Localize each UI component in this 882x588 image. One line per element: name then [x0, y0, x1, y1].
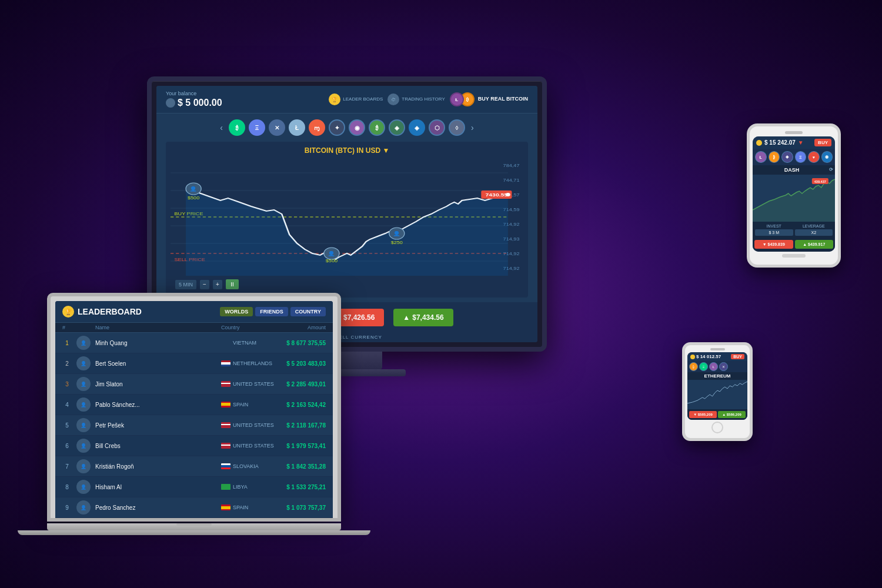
- phone-dash-icon[interactable]: ◈: [781, 151, 793, 163]
- phone-right-screen: $ 15 242.07 ▼ BUY Ł ₿ ◈ Ξ ♥ ◉ DASH ⟳: [753, 136, 835, 252]
- phone-down-indicator: ▼: [798, 139, 804, 146]
- phone-balance-coin: [756, 140, 762, 146]
- phone-buy-sell-section: ▼ $439.839 ▲ $439.917: [753, 238, 835, 252]
- token-selector[interactable]: ⬡: [429, 119, 445, 136]
- ltc-selector[interactable]: Ł: [289, 119, 305, 136]
- flag-vn-1: [221, 340, 230, 346]
- y-label-1: 784,47: [503, 163, 520, 168]
- buy-arrow-icon: ▲: [403, 313, 410, 322]
- col-country: Country: [221, 325, 274, 330]
- phone-eth-icon[interactable]: Ξ: [795, 151, 807, 163]
- phone-small-ltc[interactable]: Ł: [709, 362, 718, 371]
- zoom-in-btn[interactable]: +: [213, 280, 222, 289]
- phone-ltc-icon[interactable]: Ł: [755, 151, 767, 163]
- trading-history-btn[interactable]: ⏱ TRADING HISTORY: [387, 93, 445, 105]
- rank-2: 2: [62, 360, 72, 367]
- other-selector[interactable]: ◊: [449, 119, 465, 136]
- phone-invest-value[interactable]: $ 3 M: [755, 229, 793, 236]
- table-row: 5 👤 Petr Pešek UNITED STATES $ 2 118 167…: [55, 415, 333, 436]
- crypto-prev-arrow[interactable]: ‹: [218, 123, 225, 132]
- phone-header: $ 15 242.07 ▼ BUY: [753, 136, 835, 149]
- avatar-6: 👤: [76, 439, 91, 453]
- crypto-next-arrow[interactable]: ›: [469, 123, 476, 132]
- table-row: 8 👤 Hisham Al LIBYA $ 1 533 275,21: [55, 477, 333, 497]
- buy-button[interactable]: ▲ $7,434.56: [393, 309, 453, 326]
- phone-coin-label: DASH ⟳: [753, 165, 835, 175]
- phone-buy-btn[interactable]: BUY: [814, 139, 831, 146]
- laptop: 🏆 LEADERBOARD WORLDS FRIENDS COUNTRY #: [47, 293, 341, 535]
- buy-btc-section: Ł ₿ BUY REAL BITCOIN: [450, 92, 528, 106]
- laptop-notch: [176, 523, 212, 526]
- phone-small-eth[interactable]: Ξ: [699, 362, 708, 371]
- phone-small-buy-value: $586,209: [727, 413, 741, 416]
- trading-history-label: TRADING HISTORY: [402, 96, 445, 102]
- phone-leverage-value[interactable]: X2: [795, 229, 833, 236]
- pause-btn[interactable]: ⏸: [226, 279, 239, 289]
- table-row: 2 👤 Bert Soelen NETHERLANDS $ 5 203 483,…: [55, 353, 333, 374]
- phone-balance: $ 15 242.07 ▼: [756, 139, 804, 146]
- phone-small-coin: [690, 355, 695, 359]
- tab-worlds[interactable]: WORLDS: [220, 307, 253, 316]
- phone-small-btc[interactable]: ₿: [689, 362, 698, 371]
- phone-small-buy-btn2[interactable]: ▲ $586,209: [718, 411, 746, 418]
- country-4: SPAIN: [221, 402, 274, 407]
- xmr-selector[interactable]: ɱ: [309, 119, 325, 136]
- phone-small-xrp[interactable]: ✕: [719, 362, 728, 371]
- chart-container: BITCOIN (BTC) IN USD ▼ 784,47 744,71 744…: [166, 142, 528, 298]
- phone-small-speaker: [710, 348, 725, 350]
- phone-sell-button[interactable]: ▼ $439.839: [754, 240, 793, 249]
- xlm-selector[interactable]: ✦: [329, 119, 345, 136]
- zoom-out-btn[interactable]: −: [200, 280, 209, 289]
- phone-small-header: $ 14 012.57 BUY: [687, 352, 747, 361]
- phone-refresh-icon[interactable]: ⟳: [829, 167, 833, 172]
- avatar-price-2: $500: [326, 259, 338, 263]
- dash-selector[interactable]: ◈: [409, 119, 425, 136]
- eth-selector[interactable]: Ξ: [249, 119, 265, 136]
- table-row: 6 👤 Bill Crebs UNITED STATES $ 1 979 573…: [55, 436, 333, 456]
- table-row: 9 👤 Pedro Sanchez SPAIN $ 1 073 757,37: [55, 497, 333, 518]
- phone-heart-icon[interactable]: ♥: [808, 151, 820, 163]
- flag-us-3: [221, 381, 230, 387]
- name-1: Minh Quang: [95, 340, 216, 346]
- country-name-1: VIETNAM: [233, 340, 256, 346]
- phone-small-sell-btn[interactable]: ▼ $585,209: [689, 411, 717, 418]
- rank-9: 9: [62, 505, 72, 511]
- phone-buy-button[interactable]: ▲ $439.917: [795, 240, 834, 249]
- time-interval-btn[interactable]: 5 MIN: [175, 280, 196, 289]
- leaderboards-btn[interactable]: 🏆 LEADER BOARDS: [329, 93, 383, 105]
- avatar-3: 👤: [76, 377, 91, 391]
- phone-dash2-icon[interactable]: ◉: [821, 151, 833, 163]
- chart-title: BITCOIN (BTC) IN USD ▼: [171, 146, 523, 155]
- phone-small-sell-value: $585,209: [698, 413, 713, 416]
- name-3: Jim Slaton: [95, 381, 216, 387]
- price-dot: [506, 193, 510, 196]
- tab-country[interactable]: COUNTRY: [290, 307, 326, 316]
- phone-small: $ 14 012.57 BUY ₿ Ξ Ł ✕ ETHEREUM: [682, 342, 753, 441]
- xrp-selector[interactable]: ✕: [269, 119, 285, 136]
- phone-small-chart-svg: [687, 380, 747, 409]
- phone-btc-icon[interactable]: ₿: [769, 151, 780, 163]
- miota-selector[interactable]: ◉: [349, 119, 365, 136]
- col-amount: Amount: [279, 325, 326, 330]
- y-label-2: 744,71: [503, 178, 520, 183]
- phone-small-home-btn[interactable]: [711, 422, 723, 433]
- table-row: 7 👤 Kristián Rogoň SLOVAKIA $ 1 842 351,…: [55, 456, 333, 477]
- avatar-5: 👤: [76, 418, 91, 432]
- phone-price-text: 439.437: [814, 180, 826, 183]
- flag-es-9: [221, 505, 230, 510]
- phone-small-trade: ▼ $585,209 ▲ $586,209: [687, 409, 747, 420]
- bch-selector[interactable]: ₿: [369, 119, 385, 136]
- country-name-6: UNITED STATES: [233, 443, 274, 449]
- btc-selector[interactable]: ₿: [229, 119, 245, 136]
- avatar-label-3: 👤: [393, 230, 400, 236]
- phone-small-buy-btn[interactable]: BUY: [731, 354, 744, 359]
- amount-7: $ 1 842 351,28: [279, 463, 326, 470]
- phone-small-balance-value: $ 14 012.57: [696, 354, 721, 359]
- amount-9: $ 1 073 757,37: [279, 505, 326, 511]
- amount-4: $ 2 163 524,42: [279, 402, 326, 408]
- neo-selector[interactable]: ◈: [389, 119, 405, 136]
- tab-friends[interactable]: FRIENDS: [255, 307, 288, 316]
- balance-section: Your balance $ 5 000.00: [166, 91, 222, 108]
- col-rank: #: [62, 325, 72, 330]
- rank-6: 6: [62, 443, 72, 449]
